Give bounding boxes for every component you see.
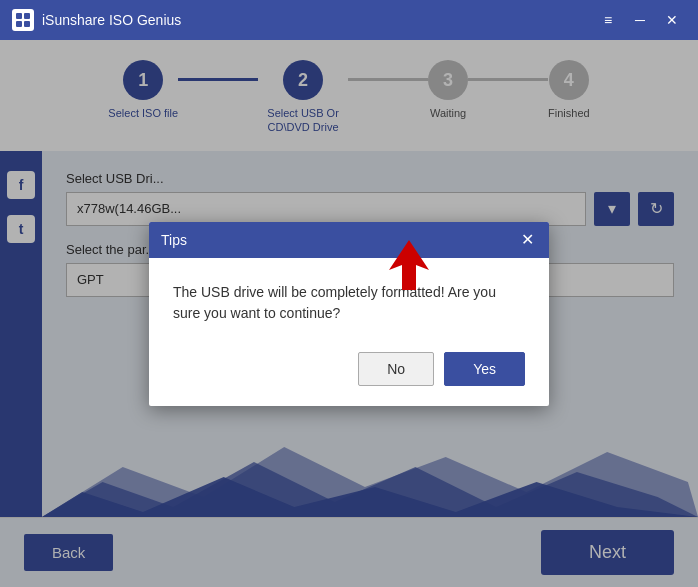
tips-dialog: Tips ✕ The USB drive will be completely … (149, 222, 549, 406)
app-icon (12, 9, 34, 31)
dialog-footer: No Yes (149, 344, 549, 406)
dialog-title-bar: Tips ✕ (149, 222, 549, 258)
window-controls: ≡ ─ ✕ (594, 8, 686, 32)
red-arrow-indicator (389, 240, 429, 296)
grid-icon (15, 12, 31, 28)
svg-rect-3 (24, 21, 30, 27)
dialog-title: Tips (161, 232, 187, 248)
dialog-close-button[interactable]: ✕ (517, 230, 537, 250)
app-title: iSunshare ISO Genius (42, 12, 594, 28)
dialog-overlay: Tips ✕ The USB drive will be completely … (0, 40, 698, 587)
no-button[interactable]: No (358, 352, 434, 386)
svg-rect-0 (16, 13, 22, 19)
minimize-button[interactable]: ─ (626, 8, 654, 32)
dialog-body: The USB drive will be completely formatt… (149, 258, 549, 344)
svg-rect-1 (24, 13, 30, 19)
menu-button[interactable]: ≡ (594, 8, 622, 32)
arrow-svg (389, 240, 429, 290)
svg-marker-7 (389, 240, 429, 290)
yes-button[interactable]: Yes (444, 352, 525, 386)
dialog-message: The USB drive will be completely formatt… (173, 284, 496, 321)
title-bar: iSunshare ISO Genius ≡ ─ ✕ (0, 0, 698, 40)
main-content: 1 Select ISO file 2 Select USB Or CD\DVD… (0, 40, 698, 587)
svg-rect-2 (16, 21, 22, 27)
close-button[interactable]: ✕ (658, 8, 686, 32)
